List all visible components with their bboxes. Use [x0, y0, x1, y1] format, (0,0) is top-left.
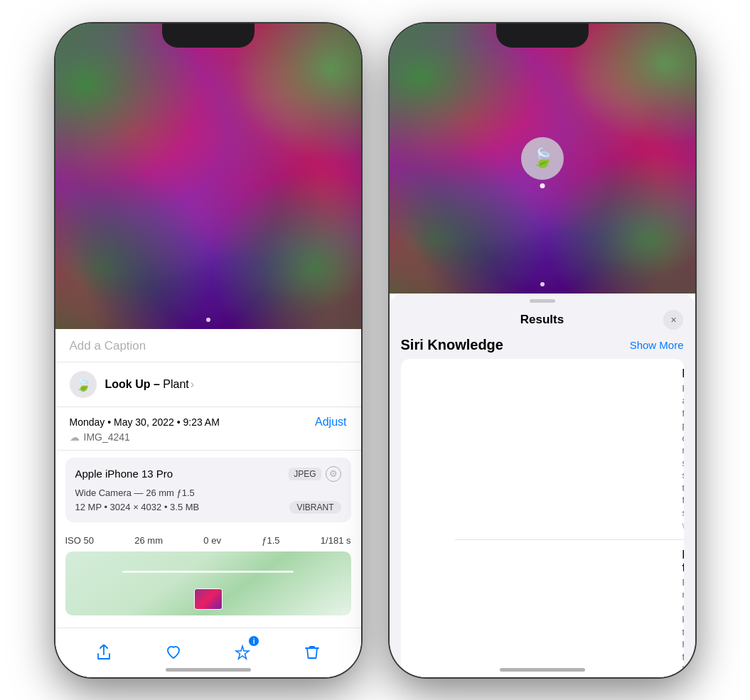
caption-placeholder[interactable]: Add a Caption — [70, 339, 146, 352]
siri-knowledge-title: Siri Knowledge — [401, 337, 503, 353]
lookup-label: Look Up – Plant› — [105, 378, 195, 391]
share-button[interactable] — [88, 637, 119, 668]
results-header: Results × — [390, 306, 695, 337]
siri-knowledge-header: Siri Knowledge Show More — [401, 337, 684, 353]
fuchsia-name: Fuchsia — [682, 367, 684, 380]
camera-row1: Apple iPhone 13 Pro JPEG ⚙ — [75, 466, 341, 482]
exif-iso: ISO 50 — [65, 535, 94, 546]
page-indicator — [206, 318, 210, 322]
info-area: Add a Caption 🍃 Look Up – Plant› Monday … — [55, 329, 361, 677]
camera-specs-row: 12 MP • 3024 × 4032 • 3.5 MB VIBRANT — [75, 501, 341, 514]
exif-row: ISO 50 26 mm 0 ev ƒ1.5 1/181 s — [55, 529, 361, 546]
left-notch — [162, 23, 255, 48]
fuchsia-text: Fuchsia Fuchsia is a genus of flowering … — [682, 367, 684, 532]
exif-shutter: 1/181 s — [321, 535, 351, 546]
info-badge: i — [248, 635, 259, 647]
favorite-button[interactable] — [158, 637, 189, 668]
close-button[interactable]: × — [663, 310, 683, 330]
exif-focal: 26 mm — [134, 535, 163, 546]
settings-icon[interactable]: ⚙ — [326, 466, 341, 482]
results-panel: Results × Siri Knowledge Show More — [390, 294, 695, 677]
delete-button[interactable] — [296, 637, 328, 668]
hardy-name: Hardy fuchsia — [682, 549, 684, 574]
hardy-text: Hardy fuchsia Fuchsia magellanica, commo… — [682, 549, 684, 677]
siri-item-hardy[interactable]: Hardy fuchsia Fuchsia magellanica, commo… — [401, 540, 684, 677]
caption-area[interactable]: Add a Caption — [55, 329, 361, 362]
heart-icon — [166, 645, 181, 660]
flower-mini-thumb — [195, 589, 222, 609]
sparkles-icon — [235, 645, 250, 660]
home-bar — [166, 668, 251, 672]
camera-model: Apple iPhone 13 Pro — [75, 468, 173, 480]
vibrant-badge: VIBRANT — [289, 501, 341, 514]
lookup-icon: 🍃 — [70, 371, 97, 398]
photo-display-right: 🍃 — [390, 23, 695, 294]
leaf-icon: 🍃 — [75, 377, 91, 392]
jpeg-badge: JPEG — [289, 468, 321, 480]
right-screen: 🍃 Results × Siri Knowledge Show Mo — [390, 23, 695, 677]
siri-vision-badge: 🍃 — [521, 137, 564, 180]
adjust-button[interactable]: Adjust — [315, 416, 346, 429]
home-bar-right — [500, 668, 585, 672]
right-phone: 🍃 Results × Siri Knowledge Show Mo — [390, 23, 695, 677]
photo-display[interactable] — [55, 23, 361, 329]
hardy-description: Fuchsia magellanica, commonly known as t… — [682, 576, 684, 677]
meta-row: Monday • May 30, 2022 • 9:23 AM Adjust — [70, 416, 347, 429]
info-button[interactable]: i — [227, 637, 258, 668]
share-icon — [96, 645, 112, 660]
trash-icon — [305, 645, 319, 660]
left-phone: Add a Caption 🍃 Look Up – Plant› Monday … — [55, 23, 361, 677]
siri-knowledge-card: Fuchsia Fuchsia is a genus of flowering … — [401, 359, 684, 677]
right-notch — [496, 23, 589, 48]
results-title: Results — [520, 313, 564, 327]
format-badges: JPEG ⚙ — [289, 466, 341, 482]
exif-aperture: ƒ1.5 — [262, 535, 279, 546]
map-thumbnail[interactable] — [65, 551, 351, 615]
meta-file-row: ☁ IMG_4241 — [70, 431, 347, 443]
drag-handle[interactable] — [530, 299, 555, 303]
siri-item-fuchsia[interactable]: Fuchsia Fuchsia is a genus of flowering … — [401, 359, 684, 540]
map-background — [65, 551, 351, 615]
fuchsia-source: Wikipedia — [682, 522, 684, 532]
siri-dot — [540, 183, 545, 188]
show-more-button[interactable]: Show More — [630, 339, 684, 351]
exif-ev: 0 ev — [203, 535, 221, 546]
camera-wide: Wide Camera — 26 mm ƒ1.5 — [75, 488, 341, 498]
left-screen: Add a Caption 🍃 Look Up – Plant› Monday … — [55, 23, 361, 677]
filename: IMG_4241 — [84, 431, 130, 443]
meta-section: Monday • May 30, 2022 • 9:23 AM Adjust ☁… — [55, 407, 361, 451]
lookup-row[interactable]: 🍃 Look Up – Plant› — [55, 362, 361, 407]
results-content: Siri Knowledge Show More Fuchsia Fuchsia… — [390, 337, 695, 677]
camera-section: Apple iPhone 13 Pro JPEG ⚙ Wide Camera —… — [65, 458, 351, 522]
cloud-icon: ☁ — [70, 431, 80, 443]
flower-photo — [55, 23, 361, 329]
camera-specs: 12 MP • 3024 × 4032 • 3.5 MB — [75, 502, 200, 512]
leaf-siri-icon: 🍃 — [531, 147, 554, 169]
photo-date: Monday • May 30, 2022 • 9:23 AM — [70, 416, 220, 428]
fuchsia-description: Fuchsia is a genus of flowering plants t… — [682, 382, 684, 519]
map-photo-preview — [194, 588, 223, 610]
page-indicator-right — [540, 282, 545, 286]
